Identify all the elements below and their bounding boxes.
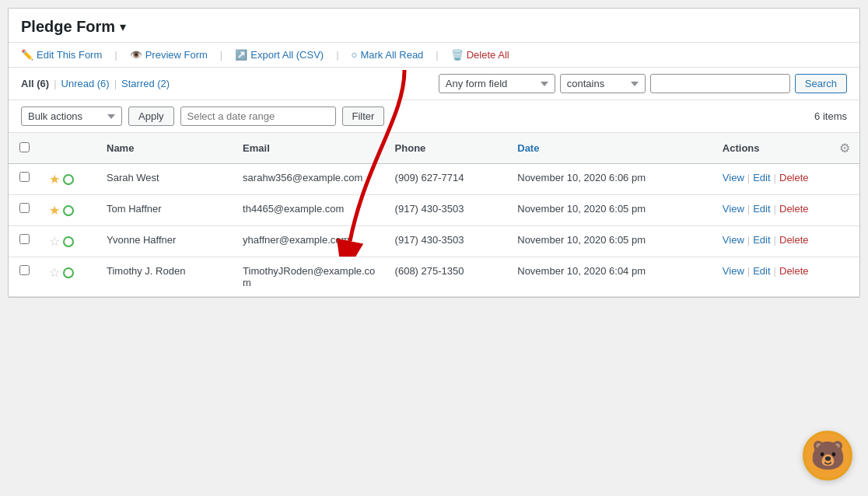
row-icons-cell: ★	[40, 164, 97, 195]
row-checkbox-0[interactable]	[19, 172, 30, 182]
bulk-actions-select[interactable]: Bulk actions Mark as Read Mark as Unread…	[21, 107, 122, 126]
row-checkbox-cell	[9, 195, 40, 226]
row-checkbox-cell	[9, 226, 40, 257]
table-row: ☆ Yvonne Haffner yhaffner@example.com (9…	[9, 226, 859, 257]
apply-button[interactable]: Apply	[128, 107, 174, 126]
icons-header	[40, 133, 97, 164]
entries-table: Name Email Phone Date Actions ⚙ ★	[9, 133, 859, 297]
phone-header: Phone	[386, 133, 509, 164]
row-phone-0: (909) 627-7714	[386, 164, 509, 195]
row-email-0: sarahw356@example.com	[233, 164, 385, 195]
star-icon-2[interactable]: ☆	[49, 234, 60, 249]
filter-button[interactable]: Filter	[342, 107, 385, 126]
tab-starred[interactable]: Starred (2)	[121, 78, 170, 89]
field-select[interactable]: Any form field Name Email Phone Date	[439, 74, 555, 93]
trash-icon: 🗑️	[451, 49, 464, 61]
toolbar-sep-4: |	[436, 49, 438, 61]
delete-all-link[interactable]: 🗑️ Delete All	[451, 49, 509, 61]
star-icon-1[interactable]: ★	[49, 203, 60, 218]
row-checkbox-2[interactable]	[19, 234, 30, 244]
edit-form-link[interactable]: ✏️ Edit This Form	[21, 49, 102, 61]
toolbar-sep-3: |	[336, 49, 338, 61]
date-range-input[interactable]	[180, 107, 336, 126]
row-email-2: yhaffner@example.com	[233, 226, 385, 257]
row-phone-1: (917) 430-3503	[386, 195, 509, 226]
row-name-3: Timothy J. Roden	[97, 257, 233, 297]
date-header[interactable]: Date	[508, 133, 713, 164]
export-csv-link[interactable]: ↗️ Export All (CSV)	[235, 49, 324, 61]
tab-unread[interactable]: Unread (6)	[61, 78, 110, 89]
row-date-1: November 10, 2020 6:05 pm	[508, 195, 713, 226]
edit-link-0[interactable]: Edit	[753, 172, 770, 183]
row-email-1: th4465@example.com	[233, 195, 385, 226]
row-icons-cell: ☆	[40, 226, 97, 257]
delete-link-3[interactable]: Delete	[779, 265, 809, 277]
delete-link-0[interactable]: Delete	[779, 172, 809, 183]
page-header: Pledge Form ▾	[9, 9, 859, 43]
row-checkbox-cell	[9, 164, 40, 195]
view-link-1[interactable]: View	[723, 203, 744, 215]
preview-form-link[interactable]: 👁️ Preview Form	[130, 49, 208, 61]
row-checkbox-1[interactable]	[19, 203, 30, 213]
edit-icon: ✏️	[21, 49, 33, 61]
tab-all[interactable]: All (6)	[21, 78, 49, 89]
delete-link-2[interactable]: Delete	[779, 234, 809, 246]
bulk-row: Bulk actions Mark as Read Mark as Unread…	[9, 100, 859, 133]
row-date-0: November 10, 2020 6:06 pm	[508, 164, 713, 195]
row-icons-cell: ☆	[40, 257, 97, 297]
read-icon-2[interactable]	[63, 236, 74, 247]
page-title-chevron[interactable]: ▾	[120, 19, 126, 34]
mark-all-read-link[interactable]: ○ Mark All Read	[352, 49, 424, 61]
export-icon: ↗️	[235, 49, 247, 61]
select-all-header[interactable]	[9, 133, 40, 164]
row-name-1: Tom Haffner	[97, 195, 233, 226]
actions-header: Actions ⚙	[713, 133, 859, 163]
star-icon-0[interactable]: ★	[49, 172, 60, 187]
table-container: Name Email Phone Date Actions ⚙ ★	[9, 133, 859, 297]
read-icon-0[interactable]	[63, 174, 74, 185]
toolbar-sep-2: |	[220, 49, 222, 61]
view-link-2[interactable]: View	[723, 234, 744, 246]
preview-icon: 👁️	[130, 49, 142, 61]
edit-link-3[interactable]: Edit	[753, 265, 770, 277]
row-actions-1: View | Edit | Delete	[713, 195, 859, 226]
delete-link-1[interactable]: Delete	[779, 203, 809, 215]
row-email-3: TimothyJRoden@example.com	[233, 257, 385, 297]
view-link-3[interactable]: View	[723, 265, 744, 277]
gear-icon-button[interactable]: ⚙	[839, 141, 850, 155]
table-row: ★ Sarah West sarahw356@example.com (909)…	[9, 164, 859, 195]
row-date-2: November 10, 2020 6:05 pm	[508, 226, 713, 257]
search-input[interactable]	[650, 74, 790, 93]
row-actions-0: View | Edit | Delete	[713, 164, 859, 195]
filter-row: All (6) | Unread (6) | Starred (2) Any f…	[9, 68, 859, 100]
table-row: ★ Tom Haffner th4465@example.com (917) 4…	[9, 195, 859, 226]
row-actions-2: View | Edit | Delete	[713, 226, 859, 257]
row-actions-3: View | Edit | Delete	[713, 257, 859, 297]
read-icon-3[interactable]	[63, 267, 74, 278]
search-button[interactable]: Search	[795, 74, 847, 93]
read-icon-1[interactable]	[63, 205, 74, 216]
star-icon-3[interactable]: ☆	[49, 265, 60, 280]
page-title: Pledge Form	[21, 18, 115, 36]
row-name-2: Yvonne Haffner	[97, 226, 233, 257]
row-name-0: Sarah West	[97, 164, 233, 195]
row-checkbox-cell	[9, 257, 40, 297]
items-count: 6 items	[814, 110, 847, 122]
condition-select[interactable]: contains is begins with ends with	[560, 74, 646, 93]
row-phone-2: (917) 430-3503	[386, 226, 509, 257]
select-all-checkbox[interactable]	[19, 142, 30, 152]
filter-controls: Any form field Name Email Phone Date con…	[439, 74, 847, 93]
filter-tabs: All (6) | Unread (6) | Starred (2)	[21, 78, 432, 89]
mark-read-icon: ○	[352, 49, 358, 61]
row-icons-cell: ★	[40, 195, 97, 226]
view-link-0[interactable]: View	[723, 172, 744, 183]
edit-link-2[interactable]: Edit	[753, 234, 770, 246]
table-row: ☆ Timothy J. Roden TimothyJRoden@example…	[9, 257, 859, 297]
row-date-3: November 10, 2020 6:04 pm	[508, 257, 713, 297]
edit-link-1[interactable]: Edit	[753, 203, 770, 215]
email-header: Email	[233, 133, 385, 164]
row-checkbox-3[interactable]	[19, 265, 30, 275]
row-phone-3: (608) 275-1350	[386, 257, 509, 297]
toolbar-sep-1: |	[114, 49, 117, 61]
toolbar-row: ✏️ Edit This Form | 👁️ Preview Form | ↗️…	[9, 43, 859, 68]
